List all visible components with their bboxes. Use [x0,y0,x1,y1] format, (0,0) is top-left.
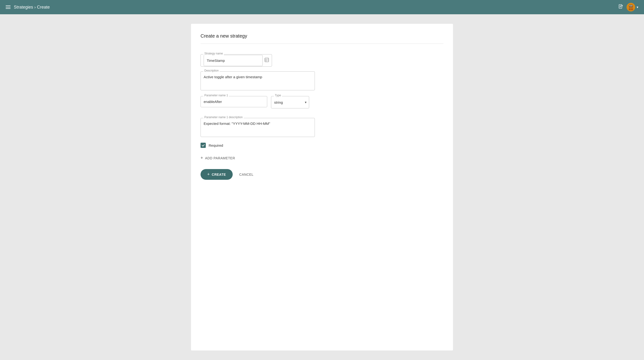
docs-icon[interactable] [618,4,624,11]
create-button-label: CREATE [212,173,226,177]
cancel-button[interactable]: CANCEL [238,170,256,179]
create-button[interactable]: + CREATE [200,169,233,180]
strategy-name-input[interactable]: TimeStamp [204,55,263,66]
page-title: Create a new strategy [200,33,444,44]
header-left: Strategies › Create [6,5,50,10]
param-name-1-field: Parameter name 1 enableAfter [200,96,267,107]
user-menu[interactable]: ▾ [626,3,638,11]
param-desc-textarea[interactable]: Expected format: "YYYY-MM-DD HH-MM" [200,118,315,137]
form-actions: + CREATE CANCEL [200,169,444,180]
param-desc-label: Parameter name 1 description [204,116,244,119]
svg-rect-7 [630,5,631,6]
description-textarea[interactable]: Active toggle after a given timestamp [200,71,315,90]
svg-rect-6 [629,5,633,7]
strategy-form: Strategy name TimeStamp Descriptio [200,49,444,180]
svg-rect-9 [630,7,632,7]
parameter-row: Parameter name 1 enableAfter Type string… [200,96,444,113]
param-name-1-label: Parameter name 1 [204,94,229,97]
add-parameter-button[interactable]: + ADD PARAMETER [200,156,444,161]
description-field: Description Active toggle after a given … [200,71,315,91]
strategy-name-field: Strategy name TimeStamp [200,54,272,67]
add-parameter-label: ADD PARAMETER [205,156,235,160]
type-field: Type string number boolean ▾ [271,96,309,108]
chevron-down-icon[interactable]: ▾ [636,5,638,9]
type-label: Type [274,94,282,97]
type-select-wrapper: string number boolean ▾ [271,96,309,108]
svg-rect-13 [265,58,269,62]
breadcrumb: Strategies › Create [14,5,50,10]
create-strategy-card: Create a new strategy Strategy name Time… [191,24,453,351]
strategy-name-input-wrapper: TimeStamp [200,54,272,67]
svg-rect-11 [629,8,630,10]
add-parameter-plus-icon: + [200,156,203,161]
param-desc-field: Parameter name 1 description Expected fo… [200,118,315,138]
main-content: Create a new strategy Strategy name Time… [0,14,644,360]
svg-rect-12 [632,8,632,10]
table-icon [264,58,269,63]
param-name-1-input[interactable]: enableAfter [200,96,267,107]
header-right: ▾ [618,3,638,11]
app-header: Strategies › Create [0,0,644,14]
type-select[interactable]: string number boolean [274,100,306,104]
avatar[interactable] [626,3,635,11]
required-row: Required [200,143,444,148]
description-label: Description [204,69,220,72]
required-label: Required [209,143,223,148]
required-checkbox-label[interactable] [200,143,206,148]
create-button-plus-icon: + [207,172,210,177]
svg-rect-4 [621,5,623,6]
strategy-name-label: Strategy name [204,52,224,55]
hamburger-icon[interactable] [6,5,10,9]
svg-rect-8 [631,5,632,6]
